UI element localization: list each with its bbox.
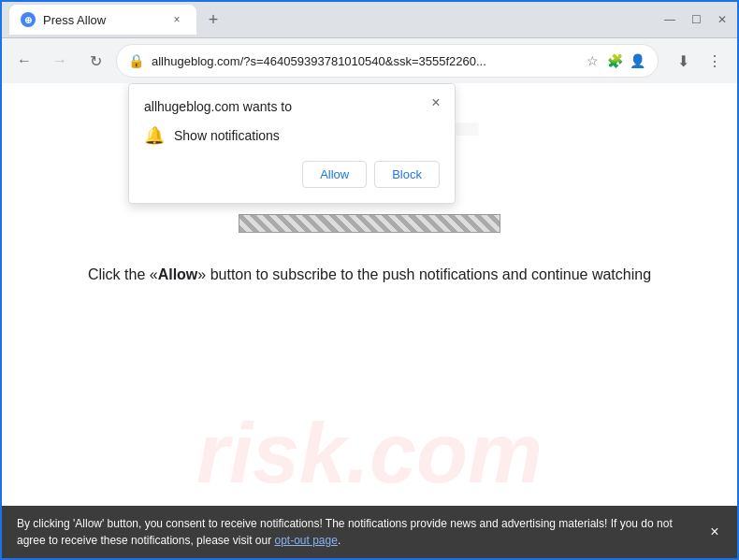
bell-icon: 🔔 bbox=[144, 125, 165, 146]
bottom-notification-bar: By clicking 'Allow' button, you consent … bbox=[2, 506, 737, 558]
person-icon[interactable]: 👤 bbox=[628, 51, 646, 70]
toolbar-icons: ⬇ ⋮ bbox=[668, 46, 730, 76]
minimize-button[interactable]: — bbox=[662, 12, 677, 27]
new-tab-button[interactable]: + bbox=[200, 7, 226, 33]
lock-icon: 🔒 bbox=[128, 53, 144, 68]
risk-watermark: risk.com bbox=[196, 406, 543, 502]
bottom-bar-close-button[interactable]: × bbox=[703, 521, 726, 543]
block-button[interactable]: Block bbox=[374, 161, 440, 188]
bottom-bar-text: By clicking 'Allow' button, you consent … bbox=[17, 517, 673, 547]
reload-button[interactable]: ↻ bbox=[80, 46, 110, 76]
opt-out-link[interactable]: opt-out page bbox=[274, 534, 337, 547]
tab-favicon: ⊕ bbox=[21, 12, 36, 27]
dialog-close-button[interactable]: × bbox=[425, 92, 447, 114]
notification-dialog: × allhugeblog.com wants to 🔔 Show notifi… bbox=[128, 83, 456, 204]
url-text: allhugeblog.com/?s=464059393781010540&ss… bbox=[152, 54, 575, 68]
star-icon[interactable]: ☆ bbox=[583, 51, 601, 70]
tab-title: Press Allow bbox=[43, 13, 161, 27]
back-button[interactable]: ← bbox=[9, 46, 39, 76]
tab-close-button[interactable]: × bbox=[168, 11, 185, 28]
dialog-title: allhugeblog.com wants to bbox=[144, 99, 440, 114]
dialog-buttons: Allow Block bbox=[144, 161, 440, 188]
address-icons: ☆ 🧩 👤 bbox=[583, 51, 646, 70]
period: . bbox=[338, 534, 341, 547]
title-bar: ⊕ Press Allow × + — ☐ ✕ bbox=[2, 2, 737, 37]
main-instruction-text: Click the «Allow» button to subscribe to… bbox=[51, 251, 688, 298]
dialog-permission-row: 🔔 Show notifications bbox=[144, 125, 440, 146]
permission-label: Show notifications bbox=[174, 128, 280, 143]
allow-button[interactable]: Allow bbox=[302, 161, 367, 188]
download-icon[interactable]: ⬇ bbox=[668, 46, 698, 76]
browser-tab[interactable]: ⊕ Press Allow × bbox=[9, 5, 196, 35]
address-bar[interactable]: 🔒 allhugeblog.com/?s=464059393781010540&… bbox=[116, 44, 659, 78]
allow-bold: Allow bbox=[158, 266, 198, 282]
browser-window: ⊕ Press Allow × + — ☐ ✕ ← → ↻ 🔒 allhugeb… bbox=[0, 0, 739, 560]
close-button[interactable]: ✕ bbox=[715, 12, 730, 27]
maximize-button[interactable]: ☐ bbox=[688, 12, 703, 27]
nav-bar: ← → ↻ 🔒 allhugeblog.com/?s=4640593937810… bbox=[2, 38, 737, 83]
puzzle-icon[interactable]: 🧩 bbox=[605, 51, 624, 70]
menu-button[interactable]: ⋮ bbox=[700, 46, 730, 76]
forward-button[interactable]: → bbox=[45, 46, 75, 76]
window-controls: — ☐ ✕ bbox=[662, 12, 730, 27]
content-area: PCT Click the «Allow» button to subscrib… bbox=[2, 83, 737, 558]
